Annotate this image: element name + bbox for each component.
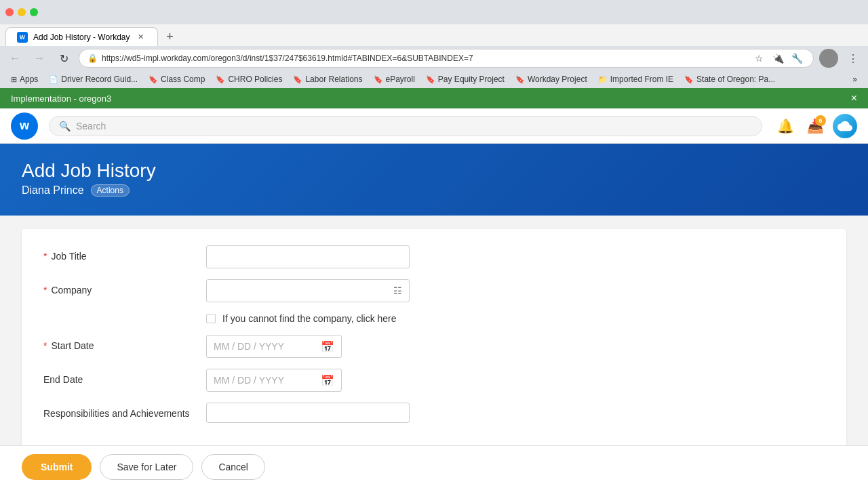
notification-bell-button[interactable]: 🔔 — [773, 114, 797, 138]
forward-button[interactable]: → — [30, 49, 49, 68]
page-subtitle: Diana Prince Actions — [22, 184, 846, 197]
bookmark-apps-label: Apps — [20, 75, 38, 84]
search-placeholder-text: Search — [76, 121, 106, 131]
job-title-input[interactable] — [206, 245, 410, 268]
close-window-button[interactable] — [5, 8, 14, 16]
url-action-icons: ☆ 🔌 🔧 — [751, 50, 805, 66]
company-select-icon: ☷ — [393, 285, 402, 296]
bookmark-epayroll-label: ePayroll — [386, 75, 415, 84]
bookmark-apps[interactable]: ⊞ Apps — [5, 73, 43, 85]
start-date-label: *Start Date — [43, 335, 206, 351]
company-row: *Company ☷ — [43, 279, 825, 302]
company-field: ☷ — [206, 279, 410, 302]
bookmark-class-comp[interactable]: 🔖 Class Comp — [143, 73, 210, 85]
user-avatar[interactable] — [833, 114, 857, 138]
end-date-row: End Date MM / DD / YYYY 📅 — [43, 369, 825, 392]
bookmark-driver-record-label: Driver Record Guid... — [61, 75, 138, 84]
tab-bar: w Add Job History - Workday ✕ + — [0, 24, 868, 46]
add-job-history-form: *Job Title *Company ☷ If you cannot find… — [22, 229, 846, 458]
job-title-row: *Job Title — [43, 245, 825, 268]
actions-badge[interactable]: Actions — [91, 184, 130, 197]
chrome-menu-button[interactable]: ⋮ — [844, 49, 863, 68]
url-text: https://wd5-impl.workday.com/oregon3/d/i… — [102, 54, 747, 63]
workday-app: Implementation - oregon3 × w 🔍 Search 🔔 … — [0, 88, 868, 488]
start-date-input[interactable]: MM / DD / YYYY 📅 — [206, 335, 342, 358]
refresh-button[interactable]: ↻ — [54, 49, 73, 68]
end-date-input[interactable]: MM / DD / YYYY 📅 — [206, 369, 342, 392]
search-bar[interactable]: 🔍 Search — [49, 116, 762, 136]
start-date-calendar-icon[interactable]: 📅 — [321, 340, 334, 353]
bookmark-chro[interactable]: 🔖 CHRO Policies — [210, 73, 288, 85]
browser-chrome: w Add Job History - Workday ✕ + ← → ↻ 🔒 … — [0, 0, 868, 88]
url-bar[interactable]: 🔒 https://wd5-impl.workday.com/oregon3/d… — [79, 49, 814, 68]
company-label: *Company — [43, 279, 206, 296]
start-date-required-marker: * — [43, 340, 47, 351]
bookmark-imported-from[interactable]: 📁 Imported From IE — [593, 73, 679, 85]
class-comp-icon: 🔖 — [149, 75, 158, 84]
labor-relations-icon: 🔖 — [293, 75, 302, 84]
responsibilities-label: Responsibilities and Achievements — [43, 403, 206, 419]
page-title: Add Job History — [22, 160, 846, 182]
driver-record-icon: 📄 — [49, 75, 58, 84]
tab-close-button[interactable]: ✕ — [136, 32, 146, 43]
profile-icon-button[interactable] — [819, 49, 838, 68]
end-date-field: MM / DD / YYYY 📅 — [206, 369, 410, 392]
page-header: Add Job History Diana Prince Actions — [0, 144, 868, 216]
bookmark-state-oregon-label: State of Oregon: Pa... — [696, 75, 775, 84]
employee-name: Diana Prince — [22, 184, 84, 197]
bookmark-imported-from-label: Imported From IE — [610, 75, 673, 84]
security-icon: 🔒 — [87, 54, 98, 63]
responsibilities-row: Responsibilities and Achievements — [43, 403, 825, 425]
new-tab-button[interactable]: + — [161, 27, 180, 46]
bookmark-class-comp-label: Class Comp — [161, 75, 205, 84]
bookmarks-more-button[interactable]: » — [847, 73, 863, 85]
bookmark-pay-equity[interactable]: 🔖 Pay Equity Project — [420, 73, 510, 85]
submit-button[interactable]: Submit — [22, 454, 92, 480]
cannot-find-label[interactable]: If you cannot find the company, click he… — [222, 313, 397, 324]
extension-button[interactable]: 🔌 — [770, 50, 786, 66]
bookmarks-overflow-label: » — [852, 75, 857, 84]
inbox-button[interactable]: 📥 6 — [803, 114, 827, 138]
workday-header: w 🔍 Search 🔔 📥 6 — [0, 108, 868, 144]
company-select[interactable]: ☷ — [206, 279, 410, 302]
save-for-later-button[interactable]: Save for Later — [100, 454, 193, 480]
bookmark-driver-record[interactable]: 📄 Driver Record Guid... — [43, 73, 143, 85]
address-bar: ← → ↻ 🔒 https://wd5-impl.workday.com/ore… — [0, 46, 868, 72]
workday-logo[interactable]: w — [11, 113, 38, 140]
inbox-badge: 6 — [815, 115, 826, 126]
job-title-required-marker: * — [43, 251, 47, 262]
end-date-placeholder: MM / DD / YYYY — [214, 375, 315, 386]
pay-equity-icon: 🔖 — [426, 75, 435, 84]
bookmark-epayroll[interactable]: 🔖 ePayroll — [368, 73, 420, 85]
active-tab[interactable]: w Add Job History - Workday ✕ — [5, 27, 158, 46]
implementation-banner-close[interactable]: × — [851, 92, 857, 104]
another-extension-button[interactable]: 🔧 — [789, 50, 805, 66]
bookmark-state-oregon[interactable]: 🔖 State of Oregon: Pa... — [679, 73, 781, 85]
cloud-icon — [837, 119, 852, 134]
cancel-button[interactable]: Cancel — [201, 454, 265, 480]
bookmark-labor-relations[interactable]: 🔖 Labor Relations — [288, 73, 368, 85]
cannot-find-checkbox[interactable] — [206, 314, 216, 323]
tab-favicon: w — [17, 32, 28, 43]
responsibilities-input[interactable] — [206, 403, 410, 423]
workday-project-icon: 🔖 — [515, 75, 525, 84]
bookmark-workday-project[interactable]: 🔖 Workday Project — [510, 73, 593, 85]
header-icon-group: 🔔 📥 6 — [773, 114, 857, 138]
maximize-window-button[interactable] — [30, 8, 38, 16]
start-date-row: *Start Date MM / DD / YYYY 📅 — [43, 335, 825, 358]
imported-folder-icon: 📁 — [598, 75, 608, 84]
epayroll-icon: 🔖 — [374, 75, 383, 84]
workday-logo-letter: w — [20, 119, 29, 133]
apps-grid-icon: ⊞ — [11, 75, 17, 84]
minimize-window-button[interactable] — [18, 8, 26, 16]
bookmark-pay-equity-label: Pay Equity Project — [438, 75, 505, 84]
end-date-calendar-icon[interactable]: 📅 — [321, 374, 334, 387]
bookmark-star-button[interactable]: ☆ — [751, 50, 767, 66]
form-toolbar: Submit Save for Later Cancel — [0, 445, 868, 488]
bell-icon: 🔔 — [777, 118, 794, 134]
bookmark-chro-label: CHRO Policies — [228, 75, 282, 84]
implementation-banner: Implementation - oregon3 × — [0, 88, 868, 108]
back-button[interactable]: ← — [5, 49, 24, 68]
end-date-label: End Date — [43, 369, 206, 385]
workday-favicon-letter: w — [20, 33, 25, 41]
